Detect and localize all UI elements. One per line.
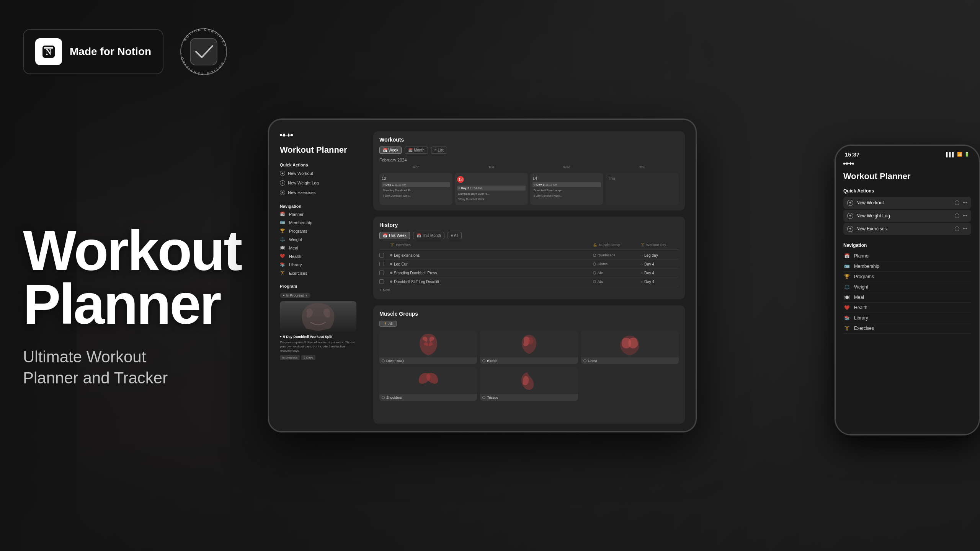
- muscle-label-biceps: Biceps: [480, 357, 578, 364]
- nav-library[interactable]: 📚Library: [280, 261, 364, 268]
- action-new-weight-log[interactable]: + New Weight Log: [280, 179, 364, 187]
- tablet-quick-actions: + New Workout + New Weight Log + New Exe…: [280, 170, 364, 196]
- phone-nav-health[interactable]: ❤️Health: [843, 303, 971, 313]
- muscle-groups-section: Muscle Groups 🚶 All: [373, 305, 685, 424]
- action-more-icon[interactable]: •••: [962, 200, 967, 205]
- muscle-card-triceps[interactable]: Triceps: [480, 367, 578, 401]
- muscle-card-biceps[interactable]: Biceps: [480, 331, 578, 364]
- svg-text:N: N: [46, 48, 52, 56]
- action-settings-icon-3[interactable]: [955, 227, 959, 231]
- action-new-workout[interactable]: + New Workout: [280, 170, 364, 177]
- prog-tag-status: In progress: [280, 355, 300, 360]
- calendar-tabs: 📅 Week 📅 Month ≡ List: [379, 147, 679, 154]
- phone-action-new-weight-log[interactable]: + New Weight Log •••: [843, 210, 971, 222]
- phone-nav-meal[interactable]: 🍽️Meal: [843, 292, 971, 303]
- muscle-card-shoulders[interactable]: Shoulders: [379, 367, 477, 401]
- history-row-3: Standing Dumbbell Press Abs ○ Day 4: [379, 269, 679, 277]
- nav-exercises[interactable]: 🏋️Exercises: [280, 270, 364, 276]
- tab-all[interactable]: ≡ All: [448, 232, 462, 239]
- phone-nav-library[interactable]: 📚Library: [843, 313, 971, 323]
- tablet-nav-section: Navigation 📅Planner 🪪Membership 🏆Program…: [280, 204, 364, 276]
- phone-action-new-workout[interactable]: + New Workout •••: [843, 197, 971, 209]
- phone-content: Workout Planner Quick Actions + New Work…: [836, 160, 979, 434]
- tablet-dumbbell-icon: [280, 131, 364, 141]
- history-row-1: Leg extensions Quadriceps ○ Leg day: [379, 251, 679, 260]
- phone-screen: 15:37 ▌▌▌ 📶 🔋: [836, 146, 979, 434]
- nav-planner[interactable]: 📅Planner: [280, 211, 364, 217]
- top-badges: N Made for Notion: [23, 27, 237, 77]
- signal-icon: ▌▌▌: [946, 152, 955, 157]
- history-tabs: 📅 This Week 📅 This Month ≡ All: [379, 232, 679, 239]
- svg-rect-8: [283, 134, 285, 137]
- history-section: History 📅 This Week 📅 This Month ≡ All: [373, 217, 685, 299]
- tab-this-month[interactable]: 📅 This Month: [413, 232, 444, 239]
- phone-nav-membership[interactable]: 🪪Membership: [843, 261, 971, 272]
- content-wrapper: N Made for Notion: [0, 0, 980, 551]
- tablet-quick-actions-section: Quick Actions + New Workout + New Weight…: [280, 163, 364, 196]
- svg-rect-10: [288, 134, 289, 137]
- svg-rect-9: [285, 135, 288, 135]
- phone-navigation-label: Navigation: [843, 243, 971, 248]
- action-more-icon-2[interactable]: •••: [962, 213, 967, 218]
- history-table-header: 🏋️ Exercises 💪 Muscle Group 🏋️ Workout D…: [379, 243, 679, 249]
- title-line1: Workout: [23, 224, 237, 278]
- main-title-section: Workout Planner Ultimate WorkoutPlanner …: [23, 77, 237, 528]
- checkbox-1[interactable]: [379, 253, 384, 258]
- phone-action-list: + New Workout ••• + New Weight Lo: [843, 197, 971, 235]
- phone-app-title: Workout Planner: [843, 171, 971, 181]
- muscle-grid: Lower Back: [379, 331, 679, 401]
- muscle-label-triceps: Triceps: [480, 394, 578, 401]
- filter-all[interactable]: 🚶 All: [379, 321, 397, 327]
- made-for-notion-text: Made for Notion: [70, 46, 151, 58]
- certified-badge: · NOTION CERTIFIED · · NOTION CERTIFIED …: [179, 27, 229, 77]
- history-row-4: Dumbbell Stiff Leg Deadlift Abs ○ Day 4: [379, 277, 679, 286]
- calendar-day-header-mon: Mon: [379, 165, 452, 169]
- phone-action-new-exercises[interactable]: + New Exercises •••: [843, 223, 971, 235]
- add-new-row[interactable]: + New: [379, 286, 679, 294]
- muscle-card-chest[interactable]: Chest: [581, 331, 679, 364]
- phone-device: 15:37 ▌▌▌ 📶 🔋: [835, 145, 980, 435]
- muscle-card-lower-back[interactable]: Lower Back: [379, 331, 477, 364]
- nav-health[interactable]: ❤️Health: [280, 253, 364, 259]
- tab-list[interactable]: ≡ List: [431, 147, 447, 154]
- checkbox-2[interactable]: [379, 262, 384, 266]
- svg-rect-12: [291, 134, 293, 136]
- svg-rect-19: [852, 163, 854, 165]
- checkbox-3[interactable]: [379, 271, 384, 275]
- muscle-label-lower-back: Lower Back: [379, 357, 477, 364]
- action-settings-icon[interactable]: [955, 201, 959, 205]
- svg-rect-18: [851, 163, 852, 164]
- nav-programs[interactable]: 🏆Programs: [280, 228, 364, 234]
- navigation-label: Navigation: [280, 204, 364, 209]
- phone-nav-exercises[interactable]: 🏋️Exercises: [843, 323, 971, 334]
- tab-week[interactable]: 📅 Week: [379, 147, 402, 154]
- svg-rect-17: [850, 162, 851, 165]
- action-new-exercises[interactable]: + New Exercises: [280, 189, 364, 196]
- program-name: ● 5 Day Dumbbell Workout Split: [280, 335, 356, 339]
- svg-rect-7: [282, 135, 283, 135]
- program-progress-badge: ● In Progress ▾: [280, 293, 310, 298]
- nav-membership[interactable]: 🪪Membership: [280, 219, 364, 226]
- checkbox-4[interactable]: [379, 279, 384, 284]
- phone-nav-programs[interactable]: 🏆Programs: [843, 272, 971, 282]
- phone-nav-weight[interactable]: ⚖️Weight: [843, 282, 971, 292]
- subtitle: Ultimate WorkoutPlanner and Tracker: [23, 347, 214, 388]
- svg-rect-6: [280, 134, 282, 136]
- phone-status-bar: 15:37 ▌▌▌ 📶 🔋: [836, 146, 979, 160]
- program-label: Program: [280, 284, 356, 289]
- program-tags: In progress 5 Days: [280, 355, 356, 360]
- tab-month[interactable]: 📅 Month: [405, 147, 428, 154]
- phone-nav-planner[interactable]: 📅Planner: [843, 251, 971, 261]
- action-more-icon-3[interactable]: •••: [962, 226, 967, 231]
- tablet-nav: 📅Planner 🪪Membership 🏆Programs ⚖️Weight: [280, 211, 364, 276]
- quick-actions-label: Quick Actions: [280, 163, 364, 167]
- nav-meal[interactable]: 🍽️Meal: [280, 245, 364, 251]
- notion-icon: N: [35, 38, 62, 65]
- tablet-inner: Workout Planner Quick Actions + New Work…: [269, 120, 696, 431]
- nav-weight[interactable]: ⚖️Weight: [280, 236, 364, 243]
- workouts-section: Workouts 📅 Week 📅 Month ≡ List: [373, 131, 685, 210]
- action-settings-icon-2[interactable]: [955, 214, 959, 218]
- right-panel: Workout Planner Quick Actions + New Work…: [260, 0, 980, 551]
- muscle-groups-title: Muscle Groups: [379, 311, 679, 317]
- tab-this-week[interactable]: 📅 This Week: [379, 232, 410, 239]
